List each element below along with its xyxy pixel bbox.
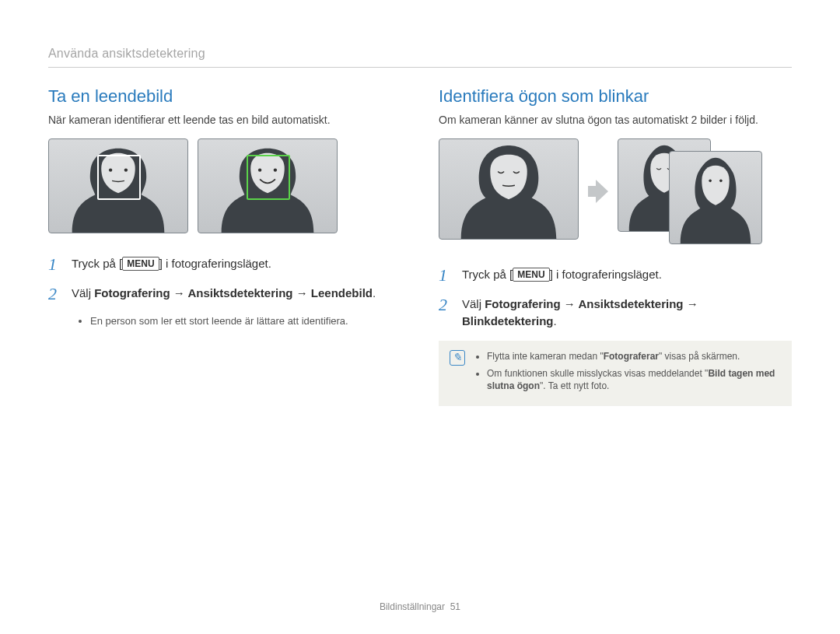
info-list: Flytta inte kameran medan "Fotograferar"… [474, 350, 781, 398]
note-text: Om funktionen skulle misslyckas visas me… [487, 368, 708, 379]
content-columns: Ta en leendebild När kameran identifiera… [48, 86, 792, 406]
step-path: Fotografering → Ansiktsdetektering → Lee… [94, 286, 373, 299]
info-item: Om funktionen skulle misslyckas visas me… [487, 367, 781, 392]
step-text: . [554, 314, 557, 328]
menu-key: MENU [513, 268, 549, 282]
step-text: Välj [462, 297, 485, 310]
step-text: Tryck på [ [462, 268, 513, 281]
blink-title: Identifiera ögon som blinkar [439, 86, 792, 107]
face-detect-frame [97, 155, 141, 200]
step-number: 1 [439, 266, 453, 285]
blink-result-stack [618, 138, 765, 244]
smile-photo-smiling [198, 138, 338, 233]
blink-result-2 [669, 151, 762, 244]
smile-notes: En person som ler ett stort leende är lä… [48, 314, 401, 328]
section-blink-detection: Identifiera ögon som blinkar Om kameran … [439, 86, 792, 406]
footer-page-number: 51 [450, 601, 460, 612]
smile-photo-neutral [48, 138, 188, 233]
step-number: 2 [439, 296, 453, 330]
smile-step-1: 1 Tryck på [MENU] i fotograferingsläget. [48, 255, 401, 274]
blink-steps: 1 Tryck på [MENU] i fotograferingsläget.… [439, 266, 792, 330]
blink-intro: Om kameran känner av slutna ögon tas aut… [439, 113, 792, 128]
menu-key: MENU [122, 257, 159, 271]
person-silhouette-icon [670, 152, 761, 243]
section-smile-shot: Ta en leendebild När kameran identifiera… [48, 86, 401, 406]
step-text: . [373, 286, 376, 299]
person-silhouette-icon [439, 139, 578, 240]
divider [48, 67, 792, 68]
note-text: Flytta inte kameran medan " [487, 351, 604, 362]
svg-point-4 [709, 179, 712, 182]
blink-step-1: 1 Tryck på [MENU] i fotograferingsläget. [439, 266, 792, 285]
page-footer: Bildinställningar 51 [0, 601, 840, 612]
face-detect-frame-active [247, 155, 290, 200]
breadcrumb: Använda ansiktsdetektering [48, 47, 792, 61]
smile-title: Ta en leendebild [48, 86, 401, 107]
note-item: En person som ler ett stort leende är lä… [90, 314, 401, 328]
smile-images [48, 138, 401, 233]
info-icon: ✎ [450, 350, 465, 366]
step-text: ] i fotograferingsläget. [550, 268, 662, 281]
note-term: Fotograferar [604, 351, 659, 362]
footer-section: Bildinställningar [380, 601, 445, 612]
step-text: Välj [72, 286, 94, 299]
step-text: Tryck på [ [72, 257, 122, 270]
step-text: ] i fotograferingsläget. [159, 257, 271, 270]
arrow-right-icon [588, 180, 608, 203]
blink-step-2: 2 Välj Fotografering → Ansiktsdetekterin… [439, 296, 792, 330]
step-number: 1 [48, 255, 62, 274]
step-number: 2 [48, 285, 62, 303]
smile-step-2: 2 Välj Fotografering → Ansiktsdetekterin… [48, 285, 401, 303]
note-text: ". Ta ett nytt foto. [540, 380, 609, 391]
info-box: ✎ Flytta inte kameran medan "Fotografera… [439, 341, 792, 407]
step-path: Fotografering → Ansiktsdetektering → Bli… [462, 297, 698, 328]
info-item: Flytta inte kameran medan "Fotograferar"… [487, 350, 781, 363]
blink-images [439, 138, 792, 244]
blink-photo-closed [439, 138, 579, 240]
svg-point-5 [719, 179, 723, 182]
smile-intro: När kameran identifierar ett leende tas … [48, 113, 401, 128]
note-text: " visas på skärmen. [659, 351, 740, 362]
smile-steps: 1 Tryck på [MENU] i fotograferingsläget.… [48, 255, 401, 303]
